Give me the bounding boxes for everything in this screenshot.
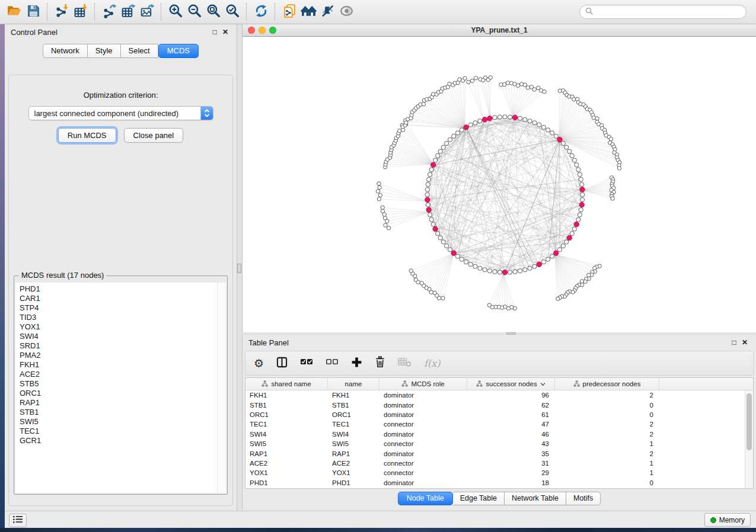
import-network-button[interactable]: [52, 2, 71, 21]
zoom-out-button[interactable]: [185, 2, 204, 21]
tab-style[interactable]: Style: [88, 44, 121, 58]
mcds-result-item[interactable]: SRD1: [20, 341, 218, 351]
cell-predecessor-nodes[interactable]: 1: [555, 460, 659, 467]
mcds-result-item[interactable]: STP4: [20, 303, 218, 313]
cell-predecessor-nodes[interactable]: 0: [555, 402, 659, 409]
export-table-button[interactable]: [119, 2, 138, 21]
tab-edge-table[interactable]: Edge Table: [453, 492, 505, 505]
cell-successor-nodes[interactable]: 18: [467, 479, 555, 486]
cell-MCDS-role[interactable]: connector: [379, 469, 467, 476]
run-mcds-button[interactable]: Run MCDS: [58, 128, 116, 143]
cell-predecessor-nodes[interactable]: 1: [555, 440, 659, 447]
table-row[interactable]: ORC1ORC1dominator610: [245, 410, 753, 419]
cell-shared-name[interactable]: ORC1: [245, 411, 328, 418]
hide-details-button[interactable]: [318, 2, 337, 21]
cell-predecessor-nodes[interactable]: 2: [555, 392, 659, 399]
cell-successor-nodes[interactable]: 61: [467, 411, 555, 418]
refresh-button[interactable]: [251, 2, 270, 21]
add-row-button[interactable]: [351, 357, 362, 370]
cell-MCDS-role[interactable]: dominator: [379, 431, 467, 438]
tab-motifs[interactable]: Motifs: [566, 492, 601, 505]
cell-shared-name[interactable]: FKH1: [245, 392, 328, 399]
table-row[interactable]: TEC1TEC1connector472: [245, 419, 753, 429]
table-scrollbar-thumb[interactable]: [747, 393, 752, 450]
cell-shared-name[interactable]: ACE2: [245, 460, 328, 467]
table-row[interactable]: RAP1RAP1dominator352: [245, 448, 753, 458]
export-network-button[interactable]: [100, 2, 119, 21]
import-table-button[interactable]: [71, 2, 90, 21]
open-file-button[interactable]: [5, 2, 24, 21]
home-button[interactable]: [299, 2, 318, 21]
column-header-successor-nodes[interactable]: successor nodes: [467, 378, 555, 390]
cell-MCDS-role[interactable]: connector: [379, 421, 467, 428]
mcds-result-item[interactable]: ACE2: [20, 370, 218, 379]
float-panel-icon[interactable]: □: [729, 337, 739, 348]
table-scrollbar[interactable]: [745, 390, 753, 488]
cell-name[interactable]: TEC1: [328, 421, 379, 428]
mcds-result-item[interactable]: STB5: [20, 379, 218, 389]
zoom-selected-button[interactable]: [223, 2, 242, 21]
float-panel-icon[interactable]: □: [209, 27, 220, 37]
mcds-result-item[interactable]: RAP1: [20, 398, 218, 408]
cell-successor-nodes[interactable]: 43: [467, 440, 555, 447]
cell-successor-nodes[interactable]: 46: [467, 431, 555, 438]
cell-MCDS-role[interactable]: dominator: [379, 479, 467, 486]
birds-eye-button[interactable]: [337, 2, 356, 21]
table-row[interactable]: FKH1FKH1dominator962: [245, 390, 753, 400]
cell-successor-nodes[interactable]: 96: [467, 392, 555, 399]
mcds-result-item[interactable]: SWI5: [20, 417, 218, 427]
cell-shared-name[interactable]: SWI5: [245, 440, 328, 447]
table-row[interactable]: ACE2ACE2connector311: [245, 459, 753, 468]
cell-MCDS-role[interactable]: connector: [379, 440, 467, 447]
cell-successor-nodes[interactable]: 29: [467, 469, 555, 476]
cell-name[interactable]: FKH1: [328, 392, 379, 399]
cell-name[interactable]: SWI4: [328, 431, 379, 438]
cell-MCDS-role[interactable]: dominator: [379, 402, 467, 409]
zoom-fit-button[interactable]: [204, 2, 223, 21]
column-header-shared-name[interactable]: shared name: [245, 378, 328, 390]
table-row[interactable]: PHD1PHD1dominator180: [245, 478, 753, 488]
tab-mcds[interactable]: MCDS: [158, 44, 199, 58]
mcds-result-item[interactable]: STB1: [20, 408, 218, 417]
cell-predecessor-nodes[interactable]: 1: [555, 469, 659, 476]
clone-network-button[interactable]: [280, 2, 299, 21]
cell-predecessor-nodes[interactable]: 2: [555, 431, 659, 438]
cell-successor-nodes[interactable]: 62: [467, 402, 555, 409]
tab-select[interactable]: Select: [121, 44, 158, 58]
cell-predecessor-nodes[interactable]: 2: [555, 421, 659, 428]
mcds-result-item[interactable]: YOX1: [20, 322, 218, 332]
mcds-result-item[interactable]: ORC1: [20, 389, 218, 398]
close-panel-icon[interactable]: ✕: [220, 27, 231, 37]
cell-shared-name[interactable]: YOX1: [245, 469, 328, 476]
table-row[interactable]: SWI4SWI4dominator462: [245, 430, 753, 439]
mcds-result-scrollbar[interactable]: [217, 283, 226, 493]
columns-button[interactable]: [276, 357, 288, 370]
cell-name[interactable]: STB1: [328, 402, 379, 409]
table-row[interactable]: YOX1YOX1connector291: [245, 468, 753, 477]
mcds-result-item[interactable]: PHD1: [20, 284, 218, 294]
cell-MCDS-role[interactable]: dominator: [379, 411, 467, 418]
delete-row-button[interactable]: [375, 356, 385, 370]
column-header-name[interactable]: name: [328, 378, 379, 390]
cell-shared-name[interactable]: SWI4: [245, 431, 328, 438]
cell-name[interactable]: SWI5: [328, 440, 379, 447]
zoom-in-button[interactable]: [166, 2, 185, 21]
memory-button[interactable]: Memory: [704, 513, 751, 527]
splitter-grip[interactable]: [237, 264, 241, 273]
tab-node-table[interactable]: Node Table: [398, 492, 453, 505]
save-button[interactable]: [24, 2, 43, 21]
cell-name[interactable]: ORC1: [328, 411, 379, 418]
tab-network-table[interactable]: Network Table: [505, 492, 566, 505]
cell-name[interactable]: RAP1: [328, 450, 379, 457]
column-header-predecessor-nodes[interactable]: predecessor nodes: [555, 378, 659, 390]
mcds-result-item[interactable]: SWI4: [20, 332, 218, 341]
table-row[interactable]: SWI5SWI5connector431: [245, 439, 753, 448]
gear-button[interactable]: ⚙: [254, 358, 264, 369]
cell-successor-nodes[interactable]: 47: [467, 421, 555, 428]
cell-predecessor-nodes[interactable]: 0: [555, 411, 659, 418]
cell-MCDS-role[interactable]: dominator: [379, 392, 467, 399]
task-history-button[interactable]: [9, 514, 27, 527]
cell-shared-name[interactable]: TEC1: [245, 421, 328, 428]
mcds-result-item[interactable]: CAR1: [20, 294, 218, 303]
cell-name[interactable]: YOX1: [328, 469, 379, 476]
